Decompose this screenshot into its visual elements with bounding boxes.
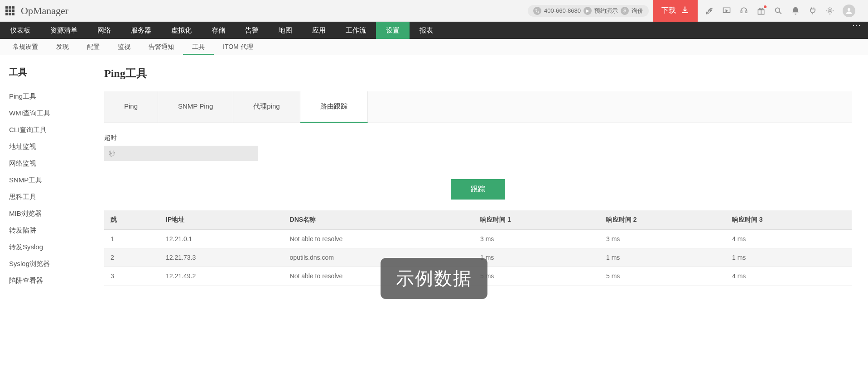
sidebar: 工具 Ping工具WMI查询工具CLI查询工具地址监视网络监视SNMP工具思科工… — [0, 55, 104, 300]
main-nav-item-8[interactable]: 应用 — [302, 22, 336, 39]
sidebar-item-6[interactable]: 思科工具 — [9, 189, 95, 205]
col-header-4: 响应时间 2 — [600, 210, 726, 230]
apps-grid-icon[interactable] — [5, 6, 14, 15]
cell-2-0: 3 — [104, 267, 159, 285]
cell-2-3: 5 ms — [474, 267, 600, 285]
timeout-input[interactable] — [104, 146, 258, 161]
results-table: 跳IP地址DNS名称响应时间 1响应时间 2响应时间 3 112.21.0.1N… — [104, 210, 852, 285]
sidebar-item-0[interactable]: Ping工具 — [9, 88, 95, 105]
download-icon — [680, 5, 690, 16]
play-icon: ▶ — [583, 7, 592, 15]
svg-point-4 — [829, 10, 831, 12]
main-nav-item-5[interactable]: 存储 — [202, 22, 235, 39]
page-title: Ping工具 — [104, 66, 852, 81]
presentation-icon[interactable] — [722, 6, 731, 15]
dollar-icon: $ — [621, 7, 629, 15]
top-bar: OpManager 400-660-8680 ▶ 预约演示 $ 询价 下载 — [0, 0, 868, 22]
sub-nav-item-6[interactable]: ITOM 代理 — [214, 39, 262, 55]
phone-icon — [533, 7, 541, 15]
main-nav-more-icon[interactable]: ⋮ — [845, 22, 868, 39]
table-row: 112.21.0.1Not able to resolve3 ms3 ms4 m… — [104, 230, 852, 248]
gift-icon[interactable] — [757, 6, 766, 15]
sidebar-item-7[interactable]: MIB浏览器 — [9, 205, 95, 222]
main-nav-item-9[interactable]: 工作流 — [336, 22, 376, 39]
sub-nav: 常规设置发现配置监视告警通知工具ITOM 代理 — [0, 39, 868, 55]
table-row: 312.21.49.2Not able to resolve5 ms5 ms4 … — [104, 267, 852, 285]
main-nav-item-4[interactable]: 虚拟化 — [161, 22, 202, 39]
cell-0-3: 3 ms — [474, 230, 600, 248]
sidebar-item-4[interactable]: 网络监视 — [9, 155, 95, 172]
download-label: 下载 — [661, 6, 676, 15]
col-header-1: IP地址 — [159, 210, 284, 230]
svg-point-0 — [709, 10, 711, 10]
phone-number: 400-660-8680 — [544, 7, 581, 14]
main-nav-item-0[interactable]: 仪表板 — [0, 22, 40, 39]
content-area: Ping工具 PingSNMP Ping代理ping路由跟踪 超时 跟踪 跳IP… — [104, 55, 868, 300]
cell-2-2: Not able to resolve — [284, 267, 474, 285]
quote-label: 询价 — [632, 7, 643, 15]
cell-1-4: 1 ms — [600, 248, 726, 267]
tool-tabs: PingSNMP Ping代理ping路由跟踪 — [104, 91, 852, 123]
sidebar-item-3[interactable]: 地址监视 — [9, 138, 95, 155]
search-icon[interactable] — [774, 6, 783, 15]
sub-nav-item-5[interactable]: 工具 — [183, 39, 214, 55]
rocket-icon[interactable] — [705, 6, 714, 15]
sub-nav-item-4[interactable]: 告警通知 — [140, 39, 183, 55]
cell-0-2: Not able to resolve — [284, 230, 474, 248]
headset-icon[interactable] — [739, 6, 748, 15]
cell-1-5: 1 ms — [726, 248, 852, 267]
top-contact-pill[interactable]: 400-660-8680 ▶ 预约演示 $ 询价 — [528, 5, 649, 17]
sub-nav-item-2[interactable]: 配置 — [78, 39, 109, 55]
main-nav-item-7[interactable]: 地图 — [269, 22, 302, 39]
trace-button[interactable]: 跟踪 — [451, 179, 505, 200]
main-nav: 仪表板资源清单网络服务器虚拟化存储告警地图应用工作流设置报表 ⋮ — [0, 22, 868, 39]
sub-nav-item-1[interactable]: 发现 — [47, 39, 78, 55]
gear-icon[interactable] — [825, 6, 834, 15]
sidebar-item-1[interactable]: WMI查询工具 — [9, 105, 95, 122]
main-nav-item-6[interactable]: 告警 — [235, 22, 269, 39]
sub-nav-item-0[interactable]: 常规设置 — [4, 39, 47, 55]
sidebar-item-2[interactable]: CLI查询工具 — [9, 122, 95, 138]
svg-point-3 — [775, 8, 780, 12]
demo-label: 预约演示 — [594, 7, 618, 15]
cell-0-4: 3 ms — [600, 230, 726, 248]
timeout-row: 超时 — [104, 134, 852, 161]
user-avatar[interactable] — [843, 5, 855, 17]
sidebar-title: 工具 — [9, 66, 95, 78]
tab-2[interactable]: 代理ping — [233, 91, 300, 123]
sidebar-item-8[interactable]: 转发陷阱 — [9, 222, 95, 239]
col-header-2: DNS名称 — [284, 210, 474, 230]
bell-icon[interactable] — [791, 6, 800, 15]
cell-2-4: 5 ms — [600, 267, 726, 285]
main-nav-item-2[interactable]: 网络 — [87, 22, 121, 39]
table-row: 212.21.73.3oputils.dns.com1 ms1 ms1 ms — [104, 248, 852, 267]
plug-icon[interactable] — [808, 6, 817, 15]
cell-1-2: oputils.dns.com — [284, 248, 474, 267]
cell-0-5: 4 ms — [726, 230, 852, 248]
col-header-5: 响应时间 3 — [726, 210, 852, 230]
cell-2-5: 4 ms — [726, 267, 852, 285]
tab-1[interactable]: SNMP Ping — [158, 91, 233, 123]
col-header-3: 响应时间 1 — [474, 210, 600, 230]
tab-3[interactable]: 路由跟踪 — [300, 91, 368, 123]
main-nav-item-11[interactable]: 报表 — [410, 22, 443, 39]
cell-0-1: 12.21.0.1 — [159, 230, 284, 248]
cell-2-1: 12.21.49.2 — [159, 267, 284, 285]
cell-0-0: 1 — [104, 230, 159, 248]
cell-1-1: 12.21.73.3 — [159, 248, 284, 267]
main-nav-item-3[interactable]: 服务器 — [121, 22, 161, 39]
sidebar-item-10[interactable]: Syslog浏览器 — [9, 256, 95, 272]
sub-nav-item-3[interactable]: 监视 — [109, 39, 140, 55]
sidebar-item-9[interactable]: 转发Syslog — [9, 239, 95, 256]
tab-0[interactable]: Ping — [104, 91, 158, 123]
col-header-0: 跳 — [104, 210, 159, 230]
sidebar-item-11[interactable]: 陷阱查看器 — [9, 272, 95, 289]
timeout-label: 超时 — [104, 134, 852, 142]
cell-1-3: 1 ms — [474, 248, 600, 267]
sidebar-item-5[interactable]: SNMP工具 — [9, 172, 95, 189]
svg-point-5 — [848, 8, 850, 11]
main-nav-item-1[interactable]: 资源清单 — [40, 22, 87, 39]
download-button[interactable]: 下载 — [653, 0, 698, 22]
cell-1-0: 2 — [104, 248, 159, 267]
main-nav-item-10[interactable]: 设置 — [376, 22, 410, 39]
